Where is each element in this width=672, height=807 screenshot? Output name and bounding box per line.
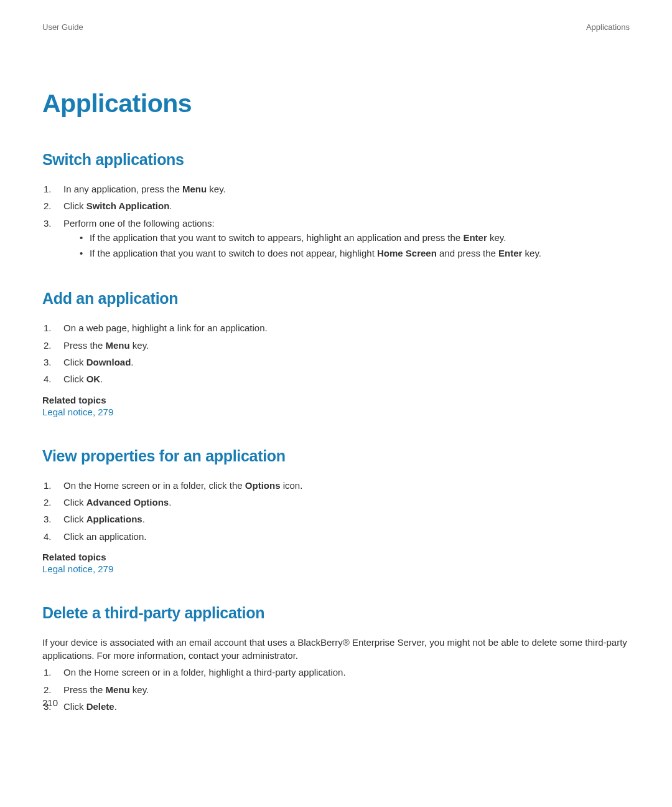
list-item: Press the Menu key. (44, 339, 630, 352)
delete-steps: On the Home screen or in a folder, highl… (42, 666, 630, 713)
list-item: In any application, press the Menu key. (44, 182, 630, 196)
section-switch-applications: Switch applications In any application, … (42, 151, 630, 260)
delete-intro: If your device is associated with an ema… (42, 636, 630, 663)
heading-delete: Delete a third-party application (42, 604, 630, 622)
heading-view: View properties for an application (42, 447, 630, 465)
list-item: Click Applications. (44, 512, 630, 526)
section-delete-application: Delete a third-party application If your… (42, 604, 630, 713)
related-topics-label: Related topics (42, 552, 630, 562)
list-item: On a web page, highlight a link for an a… (44, 321, 630, 334)
list-item: On the Home screen or in a folder, highl… (44, 666, 630, 679)
heading-switch: Switch applications (42, 151, 630, 169)
list-item: Click Download. (44, 356, 630, 369)
list-item: If the application that you want to swit… (80, 247, 630, 260)
header-left: User Guide (42, 22, 83, 32)
list-item: Click Delete. (44, 700, 630, 713)
heading-add: Add an application (42, 290, 630, 308)
add-steps: On a web page, highlight a link for an a… (42, 321, 630, 385)
list-item: Click OK. (44, 372, 630, 385)
list-item: On the Home screen or in a folder, click… (44, 479, 630, 492)
section-view-properties: View properties for an application On th… (42, 447, 630, 574)
switch-steps: In any application, press the Menu key. … (42, 182, 630, 260)
list-item: Click Advanced Options. (44, 496, 630, 509)
list-item: Press the Menu key. (44, 683, 630, 696)
related-link-legal-notice[interactable]: Legal notice, 279 (42, 407, 630, 417)
page-header: User Guide Applications (42, 22, 630, 32)
related-topics-label: Related topics (42, 395, 630, 405)
list-item: If the application that you want to swit… (80, 231, 630, 244)
switch-sub-list: If the application that you want to swit… (63, 231, 630, 260)
list-item: Perform one of the following actions: If… (44, 217, 630, 260)
section-add-application: Add an application On a web page, highli… (42, 290, 630, 417)
related-link-legal-notice[interactable]: Legal notice, 279 (42, 564, 630, 574)
page-number: 210 (42, 697, 58, 708)
header-right: Applications (586, 22, 630, 32)
list-item: Click Switch Application. (44, 199, 630, 212)
view-steps: On the Home screen or in a folder, click… (42, 479, 630, 543)
page-title: Applications (42, 89, 630, 118)
list-item: Click an application. (44, 530, 630, 543)
